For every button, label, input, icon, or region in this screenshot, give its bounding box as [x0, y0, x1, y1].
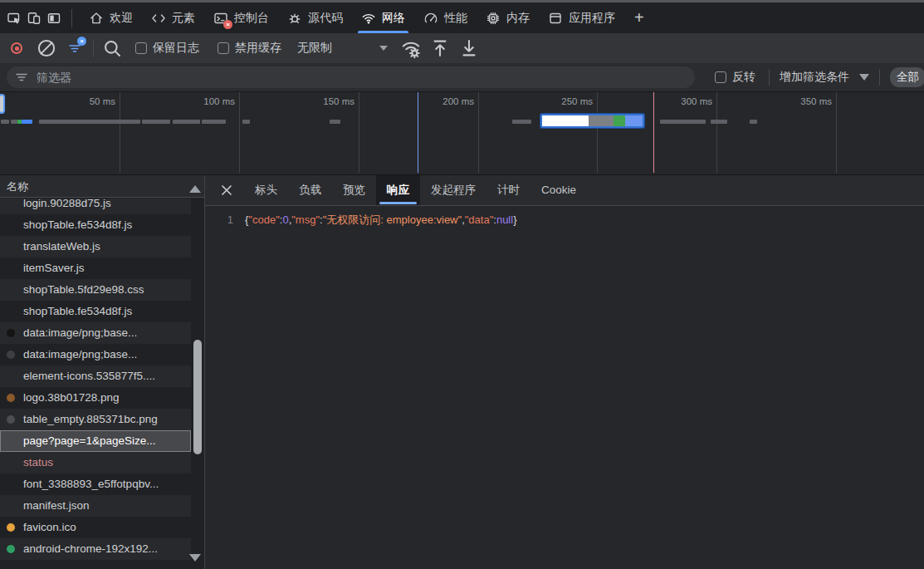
overview-request-bar	[202, 120, 226, 124]
request-name: shopTable.fe534d8f.js	[23, 218, 132, 231]
request-row[interactable]: data:image/png;base...	[0, 344, 191, 365]
device-toolbar-icon[interactable]	[27, 11, 42, 26]
disable-cache-checkbox[interactable]	[218, 42, 229, 54]
request-row[interactable]: font_3388893_e5ffotpqbv...	[0, 473, 191, 495]
request-detail-pane: 标头负载预览响应发起程序计时Cookie 1 {"code":0,"msg":"…	[205, 175, 924, 569]
response-json-line: {"code":0,"msg":"无权限访问: employee:view","…	[245, 212, 517, 569]
timeline-tick-label: 250 ms	[561, 96, 593, 106]
detail-tab-headers[interactable]: 标头	[244, 175, 288, 205]
request-row[interactable]: element-icons.535877f5....	[0, 365, 191, 387]
request-row[interactable]: manifest.json	[0, 495, 191, 517]
file-type-dot-icon	[7, 394, 15, 402]
selected-request-segment	[614, 115, 625, 126]
domcontentloaded-line	[418, 92, 418, 173]
request-row[interactable]: shopTable.fe534d8f.js	[0, 214, 191, 236]
detail-tab-preview[interactable]: 预览	[332, 175, 376, 205]
file-type-dot-icon	[7, 329, 15, 337]
throttling-select[interactable]: 无限制	[297, 41, 388, 56]
dock-side-icon[interactable]	[46, 11, 61, 26]
timeline-tick-label: 350 ms	[800, 96, 832, 106]
name-column-header[interactable]: 名称	[0, 175, 204, 198]
import-har-icon[interactable]	[429, 37, 451, 59]
record-network-log-button[interactable]	[11, 42, 22, 54]
selected-request-segment	[542, 115, 589, 126]
overview-request-bar	[660, 120, 706, 124]
network-conditions-icon[interactable]	[400, 37, 422, 59]
inspect-element-icon[interactable]	[7, 11, 22, 26]
filter-divider	[879, 69, 880, 86]
network-toolbar: × 保留日志 禁用缓存 无限制	[0, 33, 924, 63]
tab-application[interactable]: 应用程序	[539, 2, 624, 33]
request-row[interactable]: page?page=1&pageSize...	[0, 430, 191, 452]
request-name: login.90288d75.js	[23, 199, 111, 209]
request-row[interactable]: data:image/png;base...	[0, 322, 191, 344]
wifi-icon	[361, 11, 376, 26]
search-icon[interactable]	[101, 37, 123, 59]
add-filter-dropdown[interactable]: 增加筛选条件	[780, 70, 869, 85]
request-row[interactable]: translateWeb.js	[0, 236, 191, 258]
tab-network[interactable]: 网络	[352, 2, 414, 33]
request-row[interactable]: favicon.ico	[0, 517, 191, 538]
tab-console[interactable]: ×控制台	[204, 2, 278, 33]
clear-network-log-icon[interactable]	[36, 37, 57, 59]
json-token: "code"	[248, 213, 279, 226]
detail-tab-initiator[interactable]: 发起程序	[420, 175, 486, 205]
filter-type-all-chip[interactable]: 全部	[890, 67, 924, 87]
network-overview-timeline[interactable]: 50 ms100 ms150 ms200 ms250 ms300 ms350 m…	[0, 91, 924, 174]
tab-sources[interactable]: 源代码	[278, 2, 352, 33]
request-row[interactable]: table_empty.885371bc.png	[0, 409, 191, 430]
overview-request-bar	[39, 120, 140, 124]
chevron-down-icon	[859, 74, 869, 81]
overview-request-bar	[711, 120, 727, 124]
request-row[interactable]: itemSaver.js	[0, 258, 191, 279]
overview-request-bar	[242, 120, 250, 124]
detail-tab-timing[interactable]: 计时	[486, 175, 530, 205]
more-tabs-button[interactable]: +	[624, 8, 654, 27]
request-row[interactable]: login.90288d75.js	[0, 199, 191, 214]
preserve-log-checkbox[interactable]	[135, 42, 147, 54]
request-row[interactable]: android-chrome-192x192...	[0, 538, 191, 560]
request-row[interactable]: shopTable.5fd29e98.css	[0, 279, 191, 301]
invert-checkbox[interactable]	[715, 71, 726, 83]
request-name: android-chrome-192x192...	[23, 542, 158, 555]
detail-tab-payload[interactable]: 负载	[288, 175, 332, 205]
request-name: status	[23, 456, 53, 468]
tab-label: 应用程序	[569, 11, 615, 26]
timeline-gridline	[359, 92, 359, 173]
overview-request-bar	[512, 120, 531, 124]
overview-selection-grip[interactable]	[0, 94, 5, 114]
request-name: favicon.ico	[23, 521, 76, 533]
tab-memory[interactable]: 内存	[477, 2, 539, 33]
filter-input[interactable]	[7, 66, 695, 88]
requests-sidebar: 名称 login.90288d75.jsshopTable.fe534d8f.j…	[0, 175, 205, 569]
timeline-tick-label: 100 ms	[203, 96, 235, 106]
json-token: "msg"	[291, 213, 320, 226]
detail-tab-cookies[interactable]: Cookie	[530, 175, 587, 205]
request-name: font_3388893_e5ffotpqbv...	[23, 478, 159, 490]
tab-elements[interactable]: 元素	[142, 2, 204, 33]
timeline-gridline	[239, 92, 240, 173]
file-type-dot-icon	[7, 351, 15, 359]
request-name: data:image/png;base...	[23, 348, 137, 361]
request-row[interactable]: status	[0, 452, 191, 473]
tab-label: 内存	[506, 11, 530, 26]
scroll-down-arrow-icon[interactable]	[189, 554, 201, 562]
close-icon[interactable]	[219, 183, 234, 198]
scrollbar-thumb[interactable]	[193, 340, 202, 454]
scroll-up-arrow-icon[interactable]	[189, 185, 201, 193]
tab-welcome[interactable]: 欢迎	[80, 2, 142, 33]
export-har-icon[interactable]	[458, 37, 480, 59]
response-viewer: 1 {"code":0,"msg":"无权限访问: employee:view"…	[205, 206, 924, 569]
detail-tab-response[interactable]: 响应	[376, 175, 420, 205]
network-main-area: 名称 login.90288d75.jsshopTable.fe534d8f.j…	[0, 174, 924, 569]
request-name: data:image/png;base...	[23, 326, 137, 339]
filter-toggle-icon[interactable]: ×	[64, 37, 86, 59]
invert-label: 反转	[732, 70, 755, 85]
request-row[interactable]: logo.38b01728.png	[0, 387, 191, 409]
tab-performance[interactable]: 性能	[414, 2, 477, 33]
tab-label: 欢迎	[110, 11, 133, 26]
filter-input-wrap	[7, 66, 695, 88]
disable-cache-label: 禁用缓存	[235, 41, 281, 56]
request-row[interactable]: shopTable.fe534d8f.js	[0, 301, 191, 322]
file-type-dot-icon	[7, 523, 15, 532]
